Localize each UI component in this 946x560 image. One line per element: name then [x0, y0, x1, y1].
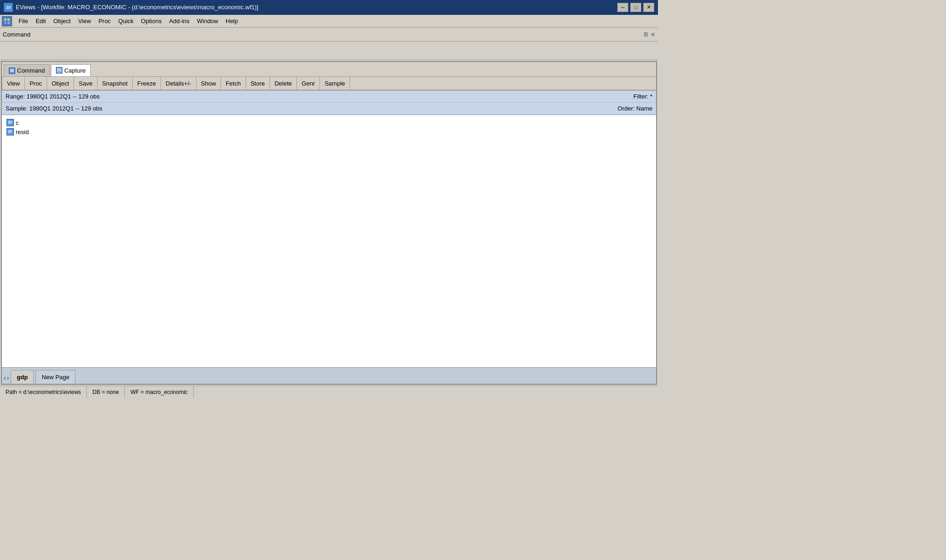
item-c-label: c — [16, 119, 19, 126]
toolbar-view[interactable]: View — [2, 76, 25, 90]
command-input-area — [0, 42, 658, 60]
toolbar: View Proc Object Save Snapshot Freeze De… — [2, 77, 656, 91]
svg-rect-13 — [8, 121, 12, 122]
svg-rect-15 — [8, 123, 11, 123]
svg-rect-10 — [58, 69, 61, 70]
menu-help[interactable]: Help — [222, 16, 242, 26]
pin-button[interactable]: 🖹 — [643, 31, 649, 38]
toolbar-store[interactable]: Store — [246, 76, 270, 90]
svg-rect-18 — [8, 131, 12, 132]
svg-rect-3 — [7, 22, 10, 24]
command-tab-icon — [9, 68, 15, 74]
sample-row: Sample: 1980Q1 2012Q1 -- 129 obs Order: … — [2, 103, 656, 115]
list-item-resid[interactable]: resid — [6, 127, 651, 136]
menu-view[interactable]: View — [74, 16, 95, 26]
toolbar-sample[interactable]: Sample — [320, 76, 350, 90]
tab-new-page[interactable]: New Page — [36, 370, 75, 384]
menu-addins[interactable]: Add-ins — [166, 16, 193, 26]
nav-prev[interactable]: ‹ — [4, 374, 6, 382]
c-icon — [6, 119, 14, 126]
new-page-tab-label: New Page — [42, 374, 69, 381]
menu-window[interactable]: Window — [193, 16, 222, 26]
toolbar-object[interactable]: Object — [47, 76, 74, 90]
tab-command-label: Command — [17, 67, 45, 74]
toolbar-save[interactable]: Save — [74, 76, 98, 90]
svg-rect-2 — [4, 22, 6, 24]
wf-info: WF = macro_economic — [125, 386, 194, 398]
tab-capture-label: Capture — [64, 67, 86, 74]
svg-rect-11 — [58, 70, 61, 71]
content-area: c resid — [2, 115, 656, 367]
info-area: Range: 1980Q1 2012Q1 -- 129 obs Filter: … — [2, 91, 656, 115]
svg-rect-6 — [10, 70, 14, 71]
toolbar-details[interactable]: Details+/- — [161, 76, 196, 90]
item-resid-label: resid — [16, 129, 29, 135]
bottom-tabs-bar: ‹ › gdp New Page — [2, 367, 656, 384]
restore-button[interactable]: □ — [630, 3, 641, 12]
range-row: Range: 1980Q1 2012Q1 -- 129 obs Filter: … — [2, 91, 656, 103]
svg-rect-19 — [8, 132, 11, 133]
toolbar-fetch[interactable]: Fetch — [221, 76, 246, 90]
svg-rect-7 — [10, 71, 14, 72]
path-status-bar: Path = d:\econometrics\eviews DB = none … — [0, 386, 658, 398]
toolbar-genr[interactable]: Genr — [297, 76, 320, 90]
command-close-button[interactable]: ✕ — [651, 31, 655, 38]
menu-proc[interactable]: Proc — [95, 16, 115, 26]
svg-rect-5 — [10, 69, 14, 70]
toolbar-freeze[interactable]: Freeze — [133, 76, 161, 90]
tab-gdp[interactable]: gdp — [11, 370, 34, 384]
filter-info: Filter: * — [633, 93, 652, 100]
svg-rect-1 — [7, 18, 10, 21]
toolbar-proc[interactable]: Proc — [25, 76, 47, 90]
capture-tab-icon — [56, 67, 62, 74]
close-button[interactable]: ✕ — [643, 3, 654, 12]
app-icon: 10 — [4, 3, 13, 12]
sample-info: Sample: 1980Q1 2012Q1 -- 129 obs — [6, 105, 103, 112]
svg-rect-14 — [8, 122, 12, 123]
window-title: EViews - [Workfile: MACRO_ECONOMIC - (d:… — [16, 4, 258, 11]
gdp-tab-label: gdp — [17, 374, 28, 381]
nav-next[interactable]: › — [7, 374, 9, 382]
db-info: DB = none — [87, 386, 125, 398]
menu-object[interactable]: Object — [49, 16, 74, 26]
minimize-button[interactable]: ─ — [617, 3, 628, 12]
menu-options[interactable]: Options — [137, 16, 166, 26]
tabs-bar: Command Capture — [2, 62, 656, 77]
list-item-c[interactable]: c — [6, 118, 651, 127]
path-info: Path = d:\econometrics\eviews — [0, 386, 87, 398]
menu-quick[interactable]: Quick — [115, 16, 137, 26]
tab-capture[interactable]: Capture — [51, 64, 91, 76]
command-label: Command — [3, 31, 31, 38]
title-bar: 10 EViews - [Workfile: MACRO_ECONOMIC - … — [0, 0, 658, 15]
range-info: Range: 1980Q1 2012Q1 -- 129 obs — [6, 93, 100, 100]
menu-edit[interactable]: Edit — [32, 16, 49, 26]
menu-bar: File Edit Object View Proc Quick Options… — [0, 15, 658, 28]
toolbar-show[interactable]: Show — [197, 76, 221, 90]
svg-rect-0 — [4, 18, 6, 21]
svg-rect-17 — [8, 130, 12, 131]
command-bar: Command 🖹 ✕ — [0, 28, 658, 42]
menu-file[interactable]: File — [15, 16, 32, 26]
workfile-tabs: gdp New Page — [11, 367, 656, 384]
order-info: Order: Name — [618, 105, 652, 112]
tab-command[interactable]: Command — [4, 64, 50, 76]
toolbar-delete[interactable]: Delete — [270, 76, 297, 90]
resid-icon — [6, 128, 14, 135]
toolbar-snapshot[interactable]: Snapshot — [98, 76, 133, 90]
app-menu-icon — [2, 16, 12, 26]
